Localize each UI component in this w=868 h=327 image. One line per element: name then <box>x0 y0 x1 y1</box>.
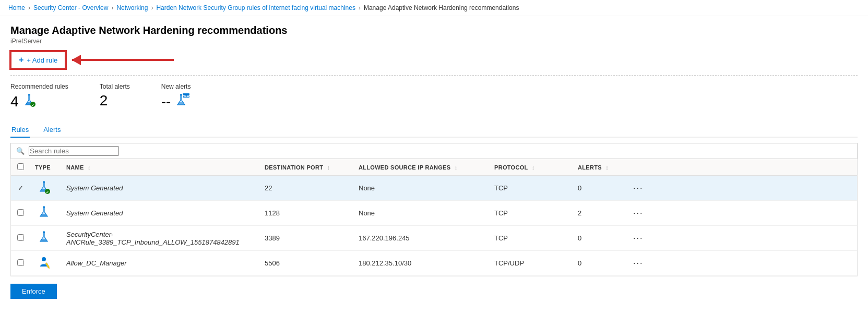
row-more-button[interactable]: ··· <box>630 183 646 194</box>
breadcrumb: Home › Security Center - Overview › Netw… <box>0 0 868 16</box>
th-source-ip[interactable]: ALLOWED SOURCE IP RANGES ↕ <box>353 159 489 176</box>
th-actions <box>625 159 857 176</box>
breadcrumb-current: Manage Adaptive Network Hardening recomm… <box>364 4 519 11</box>
row-checkbox-cell[interactable] <box>11 201 30 226</box>
row-type-cell: ✓ <box>30 176 61 201</box>
row-alerts: 0 <box>573 251 625 276</box>
row-protocol: TCP <box>489 176 573 201</box>
stat-new-alerts: New alerts -- NEW <box>161 83 191 111</box>
row-checkbox[interactable] <box>17 259 24 266</box>
page-subtitle: iPrefServer <box>10 38 858 45</box>
rules-table: TYPE NAME ↕ DESTINATION PORT ↕ ALLOWED S… <box>10 159 858 276</box>
row-dest-port: 5506 <box>259 251 353 276</box>
row-alerts: 2 <box>573 201 625 226</box>
row-dest-port: 1128 <box>259 201 353 226</box>
row-checkbox-cell[interactable]: ✓ <box>11 176 30 201</box>
row-type-cell <box>30 251 61 276</box>
total-alerts-value: 2 <box>100 92 108 109</box>
stat-recommended-rules: Recommended rules 4 ✓ <box>10 83 68 111</box>
search-wrapper: 🔍 <box>10 143 858 159</box>
divider <box>10 75 858 76</box>
breadcrumb-home[interactable]: Home <box>8 4 25 11</box>
row-source-ip: None <box>353 201 489 226</box>
row-dest-port: 22 <box>259 176 353 201</box>
row-name: SecurityCenter-ANCRule_3389_TCP_Inbound_… <box>61 226 259 251</box>
svg-text:✓: ✓ <box>46 190 49 194</box>
svg-rect-6 <box>43 181 45 183</box>
search-icon: 🔍 <box>16 147 25 155</box>
plus-icon: + <box>19 55 23 65</box>
row-source-ip: None <box>353 176 489 201</box>
flask-icon <box>38 230 53 245</box>
svg-text:NEW: NEW <box>183 94 190 98</box>
row-name: System Generated <box>61 176 259 201</box>
svg-rect-0 <box>28 94 30 95</box>
row-more-cell[interactable]: ··· <box>625 176 857 201</box>
th-alerts[interactable]: ALERTS ↕ <box>573 159 625 176</box>
new-alerts-value: -- <box>161 93 171 110</box>
tabs: Rules Alerts <box>10 122 858 138</box>
arrow-indicator <box>72 55 187 65</box>
table-row: SecurityCenter-ANCRule_3389_TCP_Inbound_… <box>11 226 857 251</box>
row-dest-port: 3389 <box>259 226 353 251</box>
recommended-rules-value: 4 <box>10 93 19 110</box>
row-source-ip: 180.212.35.10/30 <box>353 251 489 276</box>
row-checkbox[interactable] <box>17 209 24 216</box>
rules-icon: ✓ <box>23 92 39 111</box>
add-rule-button[interactable]: + + Add rule <box>10 51 66 69</box>
th-checkbox[interactable] <box>11 159 30 176</box>
row-type-cell <box>30 226 61 251</box>
breadcrumb-security-center[interactable]: Security Center - Overview <box>33 4 108 11</box>
stats-section: Recommended rules 4 ✓ <box>10 83 858 111</box>
new-alerts-icon: NEW <box>175 92 191 111</box>
svg-rect-9 <box>43 207 45 208</box>
flask-checked-icon: ✓ <box>38 180 53 195</box>
add-rule-label: + Add rule <box>27 56 57 64</box>
row-type-cell <box>30 201 61 226</box>
enforce-button[interactable]: Enforce <box>10 284 57 299</box>
breadcrumb-networking[interactable]: Networking <box>116 4 148 11</box>
row-checkbox[interactable] <box>17 234 24 241</box>
row-protocol: TCP <box>489 226 573 251</box>
stat-total-alerts: Total alerts 2 <box>100 83 130 109</box>
flask-icon <box>38 205 53 220</box>
table-row: System Generated 1128 None TCP 2 ··· <box>11 201 857 226</box>
th-dest-port[interactable]: DESTINATION PORT ↕ <box>259 159 353 176</box>
row-source-ip: 167.220.196.245 <box>353 226 489 251</box>
row-protocol: TCP/UDP <box>489 251 573 276</box>
row-more-button[interactable]: ··· <box>630 208 646 219</box>
page-title: Manage Adaptive Network Hardening recomm… <box>10 25 858 37</box>
th-type: TYPE <box>30 159 61 176</box>
check-mark: ✓ <box>18 184 23 192</box>
row-more-button[interactable]: ··· <box>630 233 646 244</box>
row-protocol: TCP <box>489 201 573 226</box>
breadcrumb-harden[interactable]: Harden Network Security Group rules of i… <box>156 4 355 11</box>
row-more-cell[interactable]: ··· <box>625 251 857 276</box>
row-more-cell[interactable]: ··· <box>625 226 857 251</box>
table-row: ✓ ✓ System Generated 22 None <box>11 176 857 201</box>
th-protocol[interactable]: PROTOCOL ↕ <box>489 159 573 176</box>
person-edit-icon <box>38 255 53 270</box>
th-name[interactable]: NAME ↕ <box>61 159 259 176</box>
table-row: Allow_DC_Manager 5506 180.212.35.10/30 T… <box>11 251 857 276</box>
svg-text:✓: ✓ <box>31 103 34 107</box>
row-more-button[interactable]: ··· <box>630 258 646 269</box>
tab-rules[interactable]: Rules <box>10 122 30 138</box>
tab-alerts[interactable]: Alerts <box>42 122 62 138</box>
search-input[interactable] <box>29 146 119 156</box>
svg-rect-3 <box>180 94 182 95</box>
svg-point-11 <box>42 257 46 261</box>
table-header: TYPE NAME ↕ DESTINATION PORT ↕ ALLOWED S… <box>11 159 857 176</box>
row-name: Allow_DC_Manager <box>61 251 259 276</box>
row-more-cell[interactable]: ··· <box>625 201 857 226</box>
row-checkbox-cell[interactable] <box>11 251 30 276</box>
row-checkbox-cell[interactable] <box>11 226 30 251</box>
svg-rect-10 <box>43 232 45 233</box>
row-alerts: 0 <box>573 226 625 251</box>
select-all-checkbox[interactable] <box>17 163 24 170</box>
row-alerts: 0 <box>573 176 625 201</box>
row-name: System Generated <box>61 201 259 226</box>
